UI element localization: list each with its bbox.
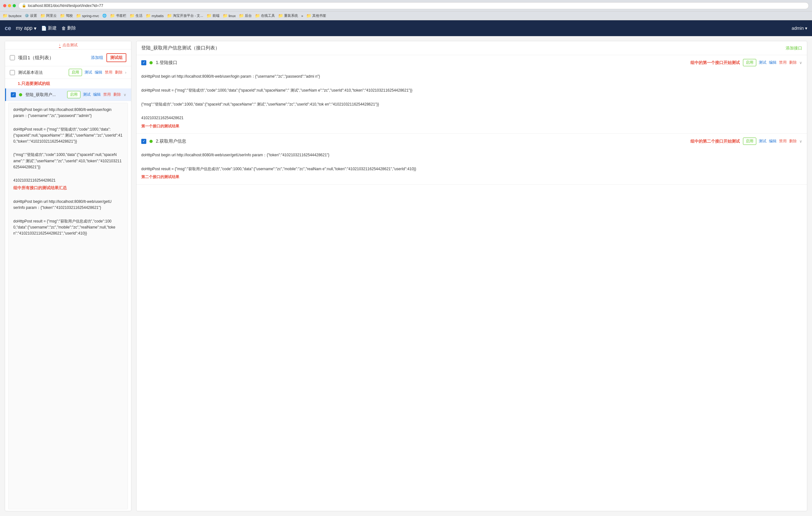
interface-name-1: 1.登陆接口	[156, 60, 687, 65]
list-item: 测试基本语法 启用 测试 编辑 禁用 删除 ›	[5, 66, 131, 79]
interface-actions-2: 启用 测试 编辑 禁用 删除 ∨	[743, 138, 802, 145]
log-line: doHttpPost begin url http://localhost:80…	[13, 107, 123, 119]
interface-result-1: doHttpPost begin url http://localhost:80…	[137, 70, 807, 133]
folder-icon: 📁	[3, 13, 8, 18]
interface-test-button-1[interactable]: 测试	[759, 60, 766, 65]
interface-disable-button-1[interactable]: 禁用	[779, 60, 787, 65]
bookmark-frontend[interactable]: 📁 前端	[206, 13, 220, 18]
navbar-brand: ce	[5, 25, 11, 32]
delete-button[interactable]: 删除	[115, 70, 122, 75]
bookmark-taobao[interactable]: 📁 淘宝开放平台 - 文...	[167, 13, 203, 18]
item-name: 测试基本语法	[18, 70, 65, 76]
close-dot[interactable]	[3, 4, 6, 7]
browser-bar: 🔒 localhost:8081/doc/html/testport/index…	[0, 0, 812, 11]
folder-icon: 📁	[239, 13, 244, 18]
enable-button[interactable]: 启用	[67, 91, 81, 98]
app-navbar: ce my app ▾ 📄 新建 🗑 删除 admin ▾	[0, 20, 812, 36]
interface-checkbox-1[interactable]	[141, 60, 146, 65]
result-line: doHttpPost begin url http://localhost:80…	[141, 152, 802, 158]
minimize-dot[interactable]	[8, 4, 11, 7]
admin-dropdown-icon: ▾	[805, 26, 807, 31]
log-summary: 组中所有接口的测试结果汇总	[13, 185, 123, 191]
result-line: 41021032116254428621	[141, 115, 802, 121]
interface-card-header-1: 1.登陆接口 组中的第一个接口开始测试 启用 测试 编辑 禁用 删除 ∨	[137, 55, 807, 70]
navbar-admin-menu[interactable]: admin ▾	[792, 26, 807, 31]
click-hint-text: 点击测试	[62, 43, 78, 48]
interface-delete-button-1[interactable]: 删除	[789, 60, 797, 65]
interface-edit-button-2[interactable]: 编辑	[769, 138, 777, 144]
disable-button[interactable]: 禁用	[103, 92, 111, 97]
bookmark-life[interactable]: 📁 生活	[129, 13, 143, 18]
bookmark-tools[interactable]: 📁 在线工具	[255, 13, 275, 18]
interface-checkbox-2[interactable]	[141, 139, 146, 144]
group-hint: 1.只选要测试的组	[5, 79, 131, 88]
right-panel-content: 1.登陆接口 组中的第一个接口开始测试 启用 测试 编辑 禁用 删除 ∨ doH…	[137, 55, 807, 511]
disable-button[interactable]: 禁用	[105, 70, 112, 75]
left-panel-header: 项目1（组列表） 添加组 测试组	[5, 50, 131, 66]
bookmark-label: 其他书签	[312, 13, 326, 18]
item-checkbox-checked[interactable]	[11, 92, 16, 97]
enable-button[interactable]: 启用	[69, 69, 82, 76]
bookmark-label: 驾校	[66, 13, 73, 18]
bookmark-driving[interactable]: 📁 驾校	[60, 13, 73, 18]
select-all-checkbox[interactable]	[10, 55, 15, 60]
bookmark-mybatis[interactable]: 📁 mybatis	[146, 13, 164, 18]
interface-delete-button-2[interactable]: 删除	[789, 138, 797, 144]
app-dropdown-icon: ▾	[34, 25, 36, 31]
interface-test-button-2[interactable]: 测试	[759, 138, 766, 144]
folder-icon: 📁	[40, 13, 45, 18]
bookmark-other[interactable]: 📁 其他书签	[306, 13, 326, 18]
interface-card-header-2: 2.获取用户信息 组中的第二个接口开始测试 启用 测试 编辑 禁用 删除 ∨	[137, 134, 807, 148]
delete-btn-label: 删除	[67, 25, 76, 31]
bookmark-settings[interactable]: ⚙️ 设置	[25, 13, 37, 18]
interface-test-hint-1: 组中的第一个接口开始测试	[690, 60, 740, 65]
interface-disable-button-2[interactable]: 禁用	[779, 138, 787, 144]
log-line: doHttpPost result = {"msg":"获取用户信息成功","c…	[13, 218, 123, 237]
bookmark-bookmarks[interactable]: 📁 书签栏	[110, 13, 126, 18]
add-group-button[interactable]: 添加组	[91, 55, 103, 60]
bookmark-globe[interactable]: 🌐	[102, 13, 107, 18]
edit-button[interactable]: 编辑	[95, 70, 102, 75]
interface-edit-button-1[interactable]: 编辑	[769, 60, 777, 65]
new-btn-label: 新建	[48, 25, 57, 31]
bookmark-more[interactable]: »	[301, 14, 303, 18]
bookmark-linux[interactable]: 📁 linux	[223, 13, 236, 18]
delete-button[interactable]: 删除	[113, 92, 121, 97]
bookmark-label: 淘宝开放平台 - 文...	[173, 13, 203, 18]
status-dot-1	[149, 61, 153, 64]
address-bar[interactable]: 🔒 localhost:8081/doc/html/testport/index…	[18, 2, 809, 9]
interface-actions-1: 启用 测试 编辑 禁用 删除 ∨	[743, 59, 802, 66]
folder-icon: 📁	[306, 13, 311, 18]
bookmark-label: busybox	[8, 14, 22, 18]
navbar-app-menu[interactable]: my app ▾	[16, 25, 36, 31]
navbar-left: ce my app ▾ 📄 新建 🗑 删除	[5, 25, 76, 32]
new-button[interactable]: 📄 新建	[41, 25, 57, 31]
interface-test-hint-2: 组中的第二个接口开始测试	[690, 138, 740, 144]
bookmark-spring[interactable]: 📁 spring-mvc	[76, 13, 99, 18]
test-button[interactable]: 测试	[83, 92, 91, 97]
bookmark-reinstall[interactable]: 📁 重装系统	[278, 13, 298, 18]
interface-enable-button-2[interactable]: 启用	[743, 138, 756, 145]
delete-button[interactable]: 🗑 删除	[61, 25, 76, 31]
log-line: 41021032116254428621	[13, 178, 123, 184]
folder-icon: 📁	[146, 13, 151, 18]
test-group-button[interactable]: 测试组	[107, 53, 126, 62]
interface-enable-button-1[interactable]: 启用	[743, 59, 756, 66]
item-checkbox[interactable]	[10, 70, 15, 75]
bookmark-busybox[interactable]: 📁 busybox	[3, 13, 22, 18]
test-button[interactable]: 测试	[85, 70, 92, 75]
add-interface-button[interactable]: 添加接口	[786, 45, 802, 51]
edit-button[interactable]: 编辑	[93, 92, 101, 97]
bookmark-label: spring-mvc	[82, 14, 99, 18]
folder-icon: 📁	[129, 13, 135, 18]
bookmark-backend[interactable]: 📁 后台	[239, 13, 252, 18]
bookmarks-bar: 📁 busybox ⚙️ 设置 📁 阿里云 📁 驾校 📁 spring-mvc …	[0, 11, 812, 20]
globe-icon: 🌐	[102, 13, 107, 18]
bookmark-aliyun[interactable]: 📁 阿里云	[40, 13, 57, 18]
result-line: doHttpPost result = {"msg":"获取用户信息成功","c…	[141, 166, 802, 172]
bookmark-label: 生活	[136, 13, 143, 18]
maximize-dot[interactable]	[13, 4, 16, 7]
bookmark-label: 前端	[212, 13, 220, 18]
interface-card-1: 1.登陆接口 组中的第一个接口开始测试 启用 测试 编辑 禁用 删除 ∨ doH…	[137, 55, 807, 134]
lock-icon: 🔒	[22, 3, 26, 8]
